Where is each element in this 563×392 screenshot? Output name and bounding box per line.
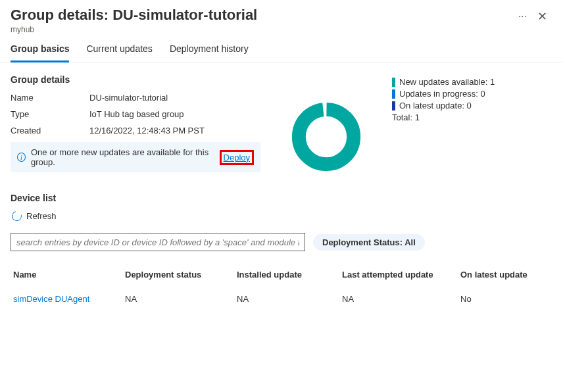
detail-row-type: Type IoT Hub tag based group: [11, 109, 260, 119]
device-name-link[interactable]: simDevice DUAgent: [13, 294, 125, 304]
device-table: Name Deployment status Installed update …: [11, 264, 552, 313]
donut-chart: [260, 74, 392, 173]
legend-item-progress: Updates in progress: 0: [392, 89, 552, 99]
cell-latest: No: [460, 294, 550, 304]
legend-total: Total: 1: [392, 112, 552, 122]
tab-group-basics[interactable]: Group basics: [11, 43, 69, 62]
legend-label: New updates available: 1: [399, 77, 495, 87]
detail-value: 12/16/2022, 12:48:43 PM PST: [89, 126, 205, 135]
tabs: Group basics Current updates Deployment …: [0, 34, 563, 62]
detail-value: IoT Hub tag based group: [89, 109, 184, 119]
refresh-icon: [10, 209, 23, 222]
more-actions-button[interactable]: ···: [513, 7, 532, 26]
page-title: Group details: DU-simulator-tutorial: [11, 7, 513, 24]
search-input[interactable]: [11, 233, 305, 251]
detail-label: Type: [11, 109, 89, 119]
table-header: Name Deployment status Installed update …: [11, 264, 552, 285]
detail-label: Name: [11, 93, 89, 103]
banner-text: One or more new updates are available fo…: [31, 147, 218, 167]
device-list-heading: Device list: [11, 193, 552, 203]
legend-label: On latest update: 0: [399, 101, 472, 110]
col-header-last[interactable]: Last attempted update: [342, 270, 460, 280]
legend: New updates available: 1 Updates in prog…: [392, 74, 552, 173]
legend-swatch: [392, 78, 395, 87]
table-row: simDevice DUAgent NA NA NA No: [11, 285, 552, 313]
refresh-label: Refresh: [26, 211, 57, 221]
deployment-status-filter[interactable]: Deployment Status: All: [313, 234, 425, 251]
cell-installed: NA: [237, 294, 342, 304]
detail-value: DU-simulator-tutorial: [89, 93, 168, 103]
svg-point-0: [299, 109, 353, 164]
legend-total-label: Total: 1: [392, 112, 420, 122]
legend-label: Updates in progress: 0: [399, 89, 485, 99]
close-button[interactable]: ✕: [532, 7, 552, 26]
cell-deployment: NA: [125, 294, 237, 304]
legend-swatch: [392, 101, 395, 110]
legend-item-latest: On latest update: 0: [392, 101, 552, 110]
group-details-heading: Group details: [11, 74, 260, 85]
legend-swatch: [392, 89, 395, 99]
detail-row-created: Created 12/16/2022, 12:48:43 PM PST: [11, 126, 260, 135]
col-header-deployment[interactable]: Deployment status: [125, 270, 237, 280]
refresh-button[interactable]: Refresh: [12, 211, 552, 221]
deploy-link[interactable]: Deploy: [224, 153, 250, 162]
col-header-installed[interactable]: Installed update: [237, 270, 342, 280]
col-header-latest[interactable]: On latest update: [460, 270, 550, 280]
legend-item-new: New updates available: 1: [392, 77, 552, 87]
col-header-name[interactable]: Name: [13, 270, 125, 280]
tab-deployment-history[interactable]: Deployment history: [170, 43, 249, 62]
cell-last: NA: [342, 294, 460, 304]
detail-label: Created: [11, 126, 89, 135]
info-icon: i: [17, 153, 26, 162]
detail-row-name: Name DU-simulator-tutorial: [11, 93, 260, 103]
info-banner: i One or more new updates are available …: [11, 142, 260, 172]
deploy-highlight: Deploy: [220, 150, 254, 165]
page-subtitle: myhub: [11, 25, 513, 34]
tab-current-updates[interactable]: Current updates: [86, 43, 152, 62]
